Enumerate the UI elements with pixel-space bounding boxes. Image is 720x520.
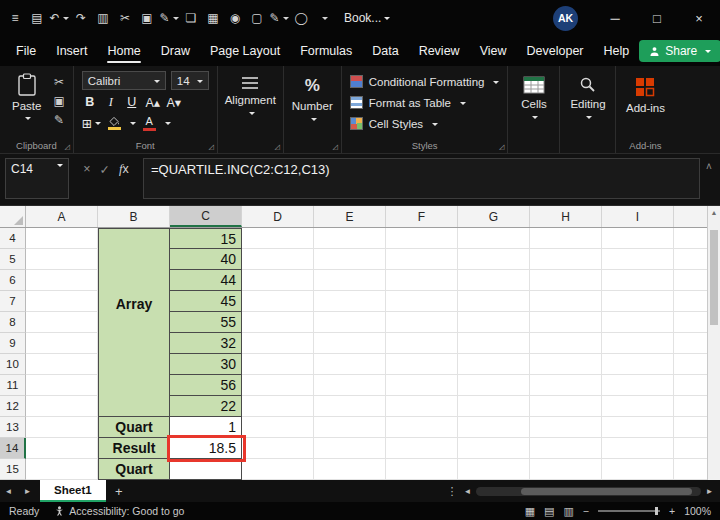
horizontal-scrollbar-track[interactable] [476,487,701,496]
menu-tab-insert[interactable]: Insert [46,36,97,66]
menu-tab-review[interactable]: Review [409,36,470,66]
cancel-icon[interactable]: × [83,162,90,176]
cell-C6[interactable]: 44 [170,270,242,291]
row-header-7[interactable]: 7 [0,291,26,312]
cell-I9[interactable] [602,333,674,354]
row-header-10[interactable]: 10 [0,354,26,375]
cell-E14[interactable] [314,438,386,459]
cell-F15[interactable] [386,459,458,480]
minimize-button[interactable]: ─ [594,0,636,36]
cell-G7[interactable] [458,291,530,312]
row-header-13[interactable]: 13 [0,417,26,438]
row-header-8[interactable]: 8 [0,312,26,333]
row-header-15[interactable]: 15 [0,459,26,480]
cut-icon[interactable]: ✂ [54,75,64,89]
increase-font-size-icon[interactable]: A▴ [145,93,161,111]
cell-H13[interactable] [530,417,602,438]
cell-E4[interactable] [314,228,386,249]
font-dialog-launcher-icon[interactable]: ◿ [208,143,213,150]
cell-H7[interactable] [530,291,602,312]
undo-icon[interactable]: ↶ [48,6,70,30]
cell-C11[interactable]: 56 [170,375,242,396]
camera-icon[interactable]: ◉ [224,6,246,30]
cell-I14[interactable] [602,438,674,459]
alignment-button[interactable]: Alignment [226,71,275,116]
font-color-icon[interactable]: A [141,114,157,132]
cell-C9[interactable]: 32 [170,333,242,354]
cell-D8[interactable] [242,312,314,333]
vertical-scrollbar[interactable]: ▲ [707,206,720,480]
row-header-14[interactable]: 14 [0,438,26,459]
styles-item-conditional-formatting[interactable]: Conditional Formatting [350,72,500,91]
cell-A7[interactable] [26,291,98,312]
share-button[interactable]: Share [639,40,720,62]
menu-tab-developer[interactable]: Developer [517,36,594,66]
menu-tab-draw[interactable]: Draw [151,36,200,66]
format-painter-icon[interactable]: ✎ [158,6,180,30]
sheet-tab-sheet1[interactable]: Sheet1 [40,480,106,502]
cell-H11[interactable] [530,375,602,396]
cell-D15[interactable] [242,459,314,480]
column-header-C[interactable]: C [170,206,242,227]
cell-A15[interactable] [26,459,98,480]
cell-G8[interactable] [458,312,530,333]
styles-dialog-launcher-icon[interactable]: ◿ [499,143,504,150]
cell-H14[interactable] [530,438,602,459]
zoom-out-icon[interactable]: − [583,505,589,517]
save-icon[interactable]: ▤ [26,6,48,30]
underline-button[interactable]: U [124,93,140,111]
cell-D5[interactable] [242,249,314,270]
number-button[interactable]: % Number [292,71,333,122]
column-header-B[interactable]: B [98,206,170,227]
cell-G6[interactable] [458,270,530,291]
menu-tab-data[interactable]: Data [362,36,408,66]
column-header-H[interactable]: H [530,206,602,227]
cell-D6[interactable] [242,270,314,291]
select-all-corner[interactable] [0,206,26,227]
window-icon[interactable]: ▢ [246,6,268,30]
cell-I13[interactable] [602,417,674,438]
column-header-E[interactable]: E [314,206,386,227]
zoom-slider-thumb[interactable] [655,507,658,515]
cell-B14[interactable]: Result [98,438,170,459]
decrease-font-size-icon[interactable]: A▾ [166,93,182,111]
scroll-right-icon[interactable]: ► [704,487,715,496]
cell-H10[interactable] [530,354,602,375]
row-header-9[interactable]: 9 [0,333,26,354]
copy-icon[interactable]: ▣ [53,94,64,108]
cell-E7[interactable] [314,291,386,312]
cell-A11[interactable] [26,375,98,396]
cell-H4[interactable] [530,228,602,249]
cell-A8[interactable] [26,312,98,333]
document-icon[interactable]: ❏ [180,6,202,30]
paste-button[interactable]: Paste [8,71,45,123]
cell-G11[interactable] [458,375,530,396]
add-sheet-button[interactable]: + [108,484,130,499]
record-icon[interactable]: ◯ [290,6,312,30]
bold-button[interactable]: B [82,93,98,111]
menu-tab-formulas[interactable]: Formulas [290,36,362,66]
cell-C7[interactable]: 45 [170,291,242,312]
cell-F13[interactable] [386,417,458,438]
cell-A4[interactable] [26,228,98,249]
cell-I11[interactable] [602,375,674,396]
cell-E12[interactable] [314,396,386,417]
row-header-11[interactable]: 11 [0,375,26,396]
cell-D13[interactable] [242,417,314,438]
chevron-down-icon[interactable] [312,6,334,30]
column-header-A[interactable]: A [26,206,98,227]
cell-F7[interactable] [386,291,458,312]
cell-E5[interactable] [314,249,386,270]
cell-G5[interactable] [458,249,530,270]
column-header-G[interactable]: G [458,206,530,227]
cell-E8[interactable] [314,312,386,333]
name-box[interactable]: C14 [5,158,69,199]
cell-G9[interactable] [458,333,530,354]
cell-A9[interactable] [26,333,98,354]
cell-F5[interactable] [386,249,458,270]
cell-A5[interactable] [26,249,98,270]
formula-input[interactable]: =QUARTILE.INC(C2:C12,C13) [143,158,700,199]
cell-F9[interactable] [386,333,458,354]
menu-tab-help[interactable]: Help [594,36,640,66]
cell-D11[interactable] [242,375,314,396]
